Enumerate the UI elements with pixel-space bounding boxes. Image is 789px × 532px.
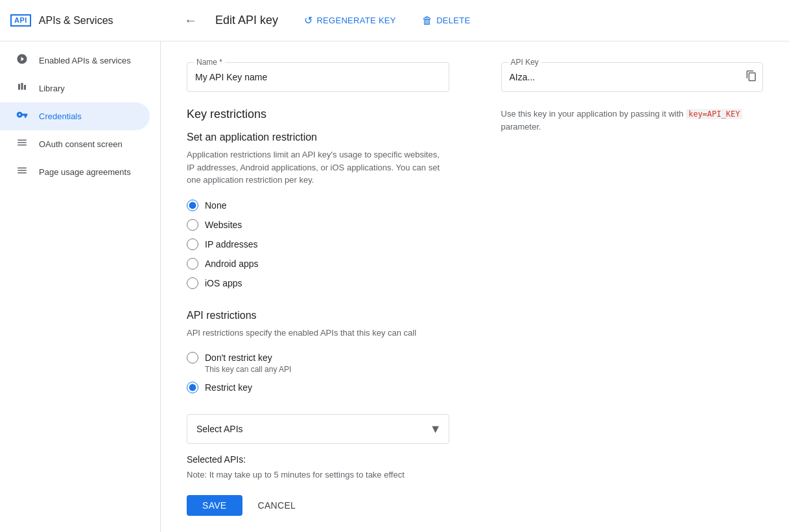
name-field-group: Name * [187,62,449,92]
radio-android-input[interactable] [187,258,198,270]
api-key-section: API Key Use this key in your application… [501,62,764,133]
app-title: APIs & Services [39,15,113,27]
sidebar-item-enabled-apis[interactable]: Enabled APIs & services [0,47,150,75]
credentials-icon [16,109,29,124]
radio-dont-restrict-item: Don't restrict key This key can call any… [187,352,449,374]
main-content: Name * Key restrictions Set an applicati… [161,41,789,532]
api-key-field-wrapper: API Key [501,62,764,92]
back-arrow-icon: ← [184,13,197,28]
key-restrictions-heading: Key restrictions [187,108,449,121]
library-icon [16,81,29,96]
radio-dont-restrict-sublabel: This key can call any API [205,365,449,374]
save-button[interactable]: SAVE [187,495,242,516]
radio-websites-input[interactable] [187,219,198,231]
sidebar-item-credentials[interactable]: Credentials [0,102,150,130]
api-key-note-code: key=API_KEY [686,109,742,119]
note-text: Note: It may take up to 5 minutes for se… [187,470,449,480]
api-key-note-post: parameter. [501,122,541,132]
radio-android-apps[interactable]: Android apps [187,258,449,270]
radio-android-label: Android apps [205,259,259,269]
api-key-note: Use this key in your application by pass… [501,108,764,133]
page-title: Edit API key [215,14,278,27]
radio-none-label: None [205,200,226,211]
api-key-label: API Key [508,58,541,67]
delete-button[interactable]: 🗑 DELETE [417,11,476,30]
sidebar-item-label: Enabled APIs & services [39,56,131,65]
radio-none[interactable]: None [187,200,449,211]
action-buttons: SAVE CANCEL [187,495,449,516]
radio-dont-restrict-input[interactable] [187,352,198,364]
radio-ip-addresses[interactable]: IP addresses [187,238,449,250]
cancel-button[interactable]: CANCEL [248,495,307,516]
selected-apis-label: Selected APIs: [187,454,449,465]
api-restriction-heading: API restrictions [187,310,449,321]
regenerate-label: REGENERATE KEY [316,16,395,25]
radio-ios-label: iOS apps [205,278,242,288]
api-key-note-pre: Use this key in your application by pass… [501,109,684,119]
sidebar-item-label: Library [39,84,65,93]
sidebar-item-oauth-consent[interactable]: OAuth consent screen [0,130,150,158]
regenerate-key-button[interactable]: ↺ REGENERATE KEY [299,10,401,30]
radio-ip-label: IP addresses [205,239,257,249]
sidebar-item-label: OAuth consent screen [39,139,123,149]
radio-dont-restrict[interactable]: Don't restrict key [187,352,449,364]
back-button[interactable]: ← [182,10,200,30]
radio-ip-input[interactable] [187,238,198,250]
api-logo: API [10,14,31,27]
select-apis-wrapper: Select APIs ▼ [187,414,449,444]
page-usage-icon [16,165,29,179]
sidebar-item-library[interactable]: Library [0,75,150,102]
api-key-input[interactable] [502,63,741,91]
sidebar-item-label: Credentials [39,111,82,121]
app-restriction-radio-group: None Websites IP addresses Android [187,200,449,289]
select-apis-dropdown[interactable]: Select APIs [187,414,449,444]
name-label: Name * [194,58,225,67]
api-key-field-group: API Key [501,62,764,92]
sidebar: Enabled APIs & services Library Credenti… [0,41,161,532]
sidebar-item-label: Page usage agreements [39,167,131,177]
api-restriction-radio-group: Don't restrict key This key can call any… [187,352,449,393]
radio-websites-label: Websites [205,220,242,230]
sidebar-item-page-usage[interactable]: Page usage agreements [0,158,150,186]
name-input[interactable] [187,63,449,91]
api-restriction-description: API restrictions specify the enabled API… [187,327,449,340]
radio-restrict-key-label: Restrict key [205,382,252,393]
oauth-icon [16,137,29,152]
radio-dont-restrict-label: Don't restrict key [205,353,272,363]
delete-icon: 🗑 [422,15,432,27]
radio-ios-input[interactable] [187,277,198,289]
regenerate-icon: ↺ [304,14,312,27]
api-restrictions-section: API restrictions API restrictions specif… [187,310,449,465]
name-field-wrapper: Name * [187,62,449,92]
radio-ios-apps[interactable]: iOS apps [187,277,449,289]
copy-api-key-button[interactable] [740,65,762,90]
app-restriction-heading: Set an application restriction [187,132,449,143]
radio-none-input[interactable] [187,200,198,211]
radio-restrict-key-item: Restrict key [187,382,449,393]
app-restriction-description: Application restrictions limit an API ke… [187,148,449,187]
radio-restrict-key-input[interactable] [187,382,198,393]
radio-websites[interactable]: Websites [187,219,449,231]
delete-label: DELETE [436,16,470,25]
enabled-apis-icon [16,53,29,68]
radio-restrict-key[interactable]: Restrict key [187,382,449,393]
app-restriction-section: Set an application restriction Applicati… [187,132,449,289]
